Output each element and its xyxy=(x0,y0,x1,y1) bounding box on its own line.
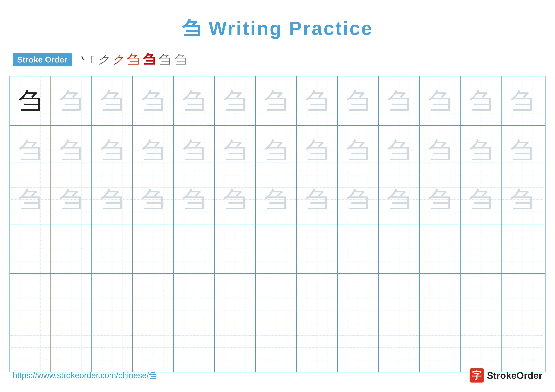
grid-cell[interactable] xyxy=(256,323,297,372)
grid-cell[interactable] xyxy=(256,224,297,273)
grid-cell[interactable] xyxy=(379,224,420,273)
grid-cell[interactable]: 刍 xyxy=(502,76,542,125)
practice-char: 刍 xyxy=(305,89,329,113)
grid-cell[interactable]: 刍 xyxy=(379,126,420,175)
practice-char: 刍 xyxy=(469,89,493,113)
grid-cell[interactable] xyxy=(174,274,215,323)
grid-cell[interactable]: 刍 xyxy=(174,76,215,125)
grid-cell[interactable] xyxy=(297,224,338,273)
brand-name: StrokeOrder xyxy=(487,370,542,381)
grid-cell[interactable]: 刍 xyxy=(256,76,297,125)
grid-cell[interactable] xyxy=(92,274,133,323)
grid-cell[interactable]: 刍 xyxy=(297,126,338,175)
grid-cell[interactable] xyxy=(460,323,502,372)
grid-cell[interactable]: 刍 xyxy=(420,175,460,224)
grid-cell[interactable] xyxy=(174,224,215,273)
grid-cell[interactable] xyxy=(379,323,420,372)
grid-cell[interactable] xyxy=(338,274,379,323)
grid-cell[interactable]: 刍 xyxy=(502,126,542,175)
grid-cell[interactable]: 刍 xyxy=(92,126,133,175)
practice-char: 刍 xyxy=(18,138,42,162)
practice-char: 刍 xyxy=(510,89,534,113)
grid-cell[interactable] xyxy=(51,323,92,372)
practice-char: 刍 xyxy=(510,188,534,211)
grid-cell[interactable] xyxy=(133,323,174,372)
grid-cell[interactable] xyxy=(133,274,174,323)
grid-cell[interactable]: 刍 xyxy=(92,76,133,125)
grid-cell[interactable] xyxy=(174,323,215,372)
grid-cell[interactable] xyxy=(460,224,502,273)
grid-cell[interactable] xyxy=(297,274,338,323)
grid-cell[interactable]: 刍 xyxy=(215,126,256,175)
grid-cell[interactable]: 刍 xyxy=(51,126,92,175)
grid-row xyxy=(10,323,545,372)
practice-char: 刍 xyxy=(346,138,370,162)
practice-char: 刍 xyxy=(305,138,329,162)
practice-char: 刍 xyxy=(182,188,206,211)
grid-cell[interactable]: 刍 xyxy=(51,175,92,224)
grid-cell[interactable] xyxy=(420,323,460,372)
grid-cell[interactable]: 刍 xyxy=(379,175,420,224)
grid-cell[interactable]: 刍 xyxy=(502,175,542,224)
grid-cell[interactable] xyxy=(460,274,502,323)
grid-cell[interactable] xyxy=(215,224,256,273)
grid-cell[interactable] xyxy=(10,224,51,273)
grid-cell[interactable] xyxy=(10,323,51,372)
stroke-1: ⼂ xyxy=(77,52,88,67)
grid-cell[interactable]: 刍 xyxy=(460,76,502,125)
stroke-order-badge: Stroke Order xyxy=(13,53,72,66)
stroke-6: 刍 xyxy=(143,51,155,68)
grid-cell[interactable]: 刍 xyxy=(174,175,215,224)
grid-cell[interactable]: 刍 xyxy=(297,175,338,224)
grid-cell[interactable]: 刍 xyxy=(174,126,215,175)
stroke-2: 𠃌 xyxy=(91,53,95,66)
grid-cell[interactable] xyxy=(297,323,338,372)
footer-url[interactable]: https://www.strokeorder.com/chinese/刍 xyxy=(13,370,157,381)
grid-cell[interactable] xyxy=(379,274,420,323)
grid-cell[interactable]: 刍 xyxy=(133,175,174,224)
grid-cell[interactable]: 刍 xyxy=(338,76,379,125)
grid-cell[interactable]: 刍 xyxy=(215,76,256,125)
grid-cell[interactable]: 刍 xyxy=(379,76,420,125)
grid-cell[interactable]: 刍 xyxy=(256,126,297,175)
grid-cell[interactable] xyxy=(92,224,133,273)
grid-cell[interactable]: 刍 xyxy=(10,126,51,175)
practice-char: 刍 xyxy=(141,188,165,211)
grid-cell[interactable]: 刍 xyxy=(460,126,502,175)
grid-cell[interactable] xyxy=(92,323,133,372)
practice-char: 刍 xyxy=(18,188,42,211)
grid-cell[interactable]: 刍 xyxy=(10,76,51,125)
grid-cell[interactable] xyxy=(215,323,256,372)
grid-cell[interactable] xyxy=(338,224,379,273)
grid-cell[interactable] xyxy=(420,274,460,323)
grid-cell[interactable]: 刍 xyxy=(256,175,297,224)
grid-cell[interactable] xyxy=(502,323,542,372)
grid-cell[interactable] xyxy=(502,224,542,273)
grid-cell[interactable] xyxy=(502,274,542,323)
grid-cell[interactable] xyxy=(51,274,92,323)
grid-cell[interactable]: 刍 xyxy=(338,175,379,224)
footer: https://www.strokeorder.com/chinese/刍 字 … xyxy=(13,368,542,383)
grid-cell[interactable] xyxy=(338,323,379,372)
grid-cell[interactable] xyxy=(10,274,51,323)
grid-cell[interactable]: 刍 xyxy=(133,126,174,175)
grid-cell[interactable] xyxy=(215,274,256,323)
grid-cell[interactable]: 刍 xyxy=(51,76,92,125)
stroke-order-section: Stroke Order ⼂ 𠃌 ク ク 刍 刍 刍 刍 xyxy=(0,51,555,76)
grid-cell[interactable] xyxy=(51,224,92,273)
grid-cell[interactable] xyxy=(133,224,174,273)
grid-cell[interactable]: 刍 xyxy=(10,175,51,224)
grid-cell[interactable]: 刍 xyxy=(297,76,338,125)
grid-cell[interactable]: 刍 xyxy=(338,126,379,175)
grid-cell[interactable]: 刍 xyxy=(460,175,502,224)
grid-cell[interactable] xyxy=(420,224,460,273)
practice-char: 刍 xyxy=(141,89,165,113)
grid-cell[interactable]: 刍 xyxy=(133,76,174,125)
stroke-4: ク xyxy=(112,52,124,67)
grid-cell[interactable] xyxy=(256,274,297,323)
grid-cell[interactable]: 刍 xyxy=(215,175,256,224)
grid-cell[interactable]: 刍 xyxy=(92,175,133,224)
grid-cell[interactable]: 刍 xyxy=(420,126,460,175)
practice-char: 刍 xyxy=(223,89,247,113)
grid-cell[interactable]: 刍 xyxy=(420,76,460,125)
